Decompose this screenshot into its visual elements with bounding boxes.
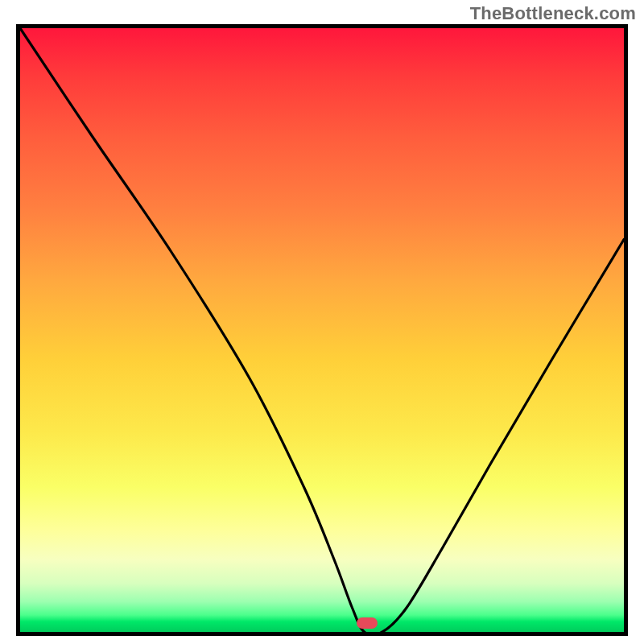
bottleneck-curve [20,28,624,632]
chart-container: TheBottleneck.com [0,0,644,644]
watermark-label: TheBottleneck.com [470,3,636,24]
plot-area [16,24,628,636]
minimum-marker [357,617,378,629]
